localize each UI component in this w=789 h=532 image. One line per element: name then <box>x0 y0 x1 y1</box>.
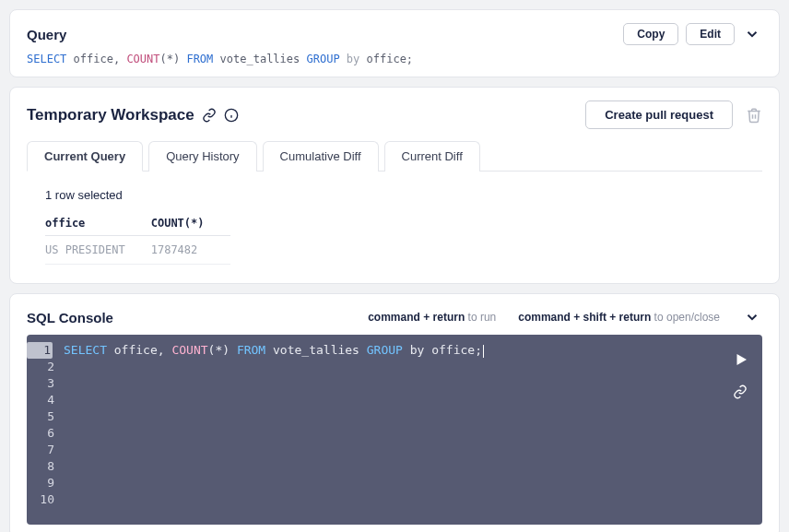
line-number: 1 <box>27 342 53 359</box>
tab-query-history[interactable]: Query History <box>148 141 256 171</box>
token-cols: office, <box>107 343 171 357</box>
query-sql-text: SELECT office, COUNT(*) FROM vote_tallie… <box>27 53 762 65</box>
hint-open-suffix: to open/close <box>651 311 720 324</box>
tab-current-diff[interactable]: Current Diff <box>384 141 480 171</box>
chevron-down-icon[interactable] <box>742 307 762 327</box>
token-table: vote_tallies <box>265 343 367 357</box>
token-by-rest: by office; <box>403 343 482 357</box>
create-pull-request-button[interactable]: Create pull request <box>585 100 733 129</box>
tab-content: 1 row selected office COUNT(*) US PRESID… <box>27 171 762 265</box>
cell-count: 1787482 <box>151 236 230 265</box>
trash-icon[interactable] <box>746 107 762 124</box>
token-count-arg: (*) <box>160 53 187 65</box>
link-icon[interactable] <box>202 108 217 123</box>
line-number: 9 <box>27 475 54 491</box>
hint-run-suffix: to run <box>465 311 496 324</box>
query-header-actions: Copy Edit <box>623 23 762 45</box>
edit-button[interactable]: Edit <box>686 23 735 45</box>
hint-run: command + return to run <box>368 311 496 324</box>
editor-gutter: 1 2 3 4 5 6 7 8 9 10 <box>27 342 64 508</box>
token-group: GROUP <box>367 343 403 357</box>
text-cursor <box>483 345 484 358</box>
token-by: by <box>340 53 360 65</box>
col-header-count: COUNT(*) <box>151 211 230 236</box>
workspace-header: Temporary Workspace Create pull request <box>27 100 762 129</box>
query-card: Query Copy Edit SELECT office, COUNT(*) … <box>9 9 780 77</box>
line-number: 10 <box>27 491 54 508</box>
tab-current-query[interactable]: Current Query <box>27 141 143 171</box>
editor-code[interactable]: SELECT office, COUNT(*) FROM vote_tallie… <box>64 342 762 508</box>
run-icon[interactable] <box>733 351 749 368</box>
line-number: 3 <box>27 375 54 392</box>
table-row: US PRESIDENT 1787482 <box>45 236 230 265</box>
results-table: office COUNT(*) US PRESIDENT 1787482 <box>45 211 230 265</box>
table-header-row: office COUNT(*) <box>45 211 230 236</box>
workspace-title: Temporary Workspace <box>27 106 194 124</box>
token-cols: office, <box>66 53 126 65</box>
code-line[interactable]: SELECT office, COUNT(*) FROM vote_tallie… <box>64 342 762 359</box>
token-group: GROUP <box>306 53 339 65</box>
line-number: 7 <box>27 442 54 458</box>
query-header: Query Copy Edit <box>27 23 762 45</box>
workspace-title-row: Temporary Workspace <box>27 106 239 124</box>
console-hints: command + return to run command + shift … <box>368 307 762 327</box>
line-number: 5 <box>27 408 54 425</box>
line-number: 6 <box>27 425 54 442</box>
token-table: vote_tallies <box>213 53 306 65</box>
copy-button[interactable]: Copy <box>623 23 678 45</box>
workspace-header-right: Create pull request <box>585 100 762 129</box>
hint-run-cmd: command + return <box>368 311 465 324</box>
link-icon[interactable] <box>733 384 749 399</box>
line-number: 8 <box>27 458 54 475</box>
token-count-arg: (*) <box>208 343 237 357</box>
svg-marker-3 <box>737 354 748 365</box>
cell-office: US PRESIDENT <box>45 236 151 265</box>
sql-console-card: SQL Console command + return to run comm… <box>9 293 780 532</box>
token-count: COUNT <box>126 53 159 65</box>
hint-open-cmd: command + shift + return <box>518 311 651 324</box>
workspace-card: Temporary Workspace Create pull request … <box>9 87 780 284</box>
token-select: SELECT <box>64 343 107 357</box>
token-rest: office; <box>359 53 413 65</box>
tab-cumulative-diff[interactable]: Cumulative Diff <box>263 141 379 171</box>
row-selected-status: 1 row selected <box>45 188 757 202</box>
hint-open: command + shift + return to open/close <box>518 311 720 324</box>
line-number: 4 <box>27 392 54 408</box>
info-icon[interactable] <box>224 108 239 123</box>
token-count: COUNT <box>171 343 207 357</box>
sql-editor[interactable]: 1 2 3 4 5 6 7 8 9 10 SELECT office, COUN… <box>27 335 762 525</box>
console-title: SQL Console <box>27 310 113 325</box>
editor-actions <box>733 351 749 399</box>
query-title: Query <box>27 27 66 42</box>
workspace-title-icons <box>202 108 239 123</box>
console-header: SQL Console command + return to run comm… <box>27 307 762 327</box>
line-number: 2 <box>27 359 54 375</box>
workspace-tabs: Current Query Query History Cumulative D… <box>27 140 762 171</box>
col-header-office: office <box>45 211 151 236</box>
chevron-down-icon[interactable] <box>742 24 762 44</box>
token-from: FROM <box>237 343 265 357</box>
token-select: SELECT <box>27 53 66 65</box>
token-from: FROM <box>186 53 213 65</box>
